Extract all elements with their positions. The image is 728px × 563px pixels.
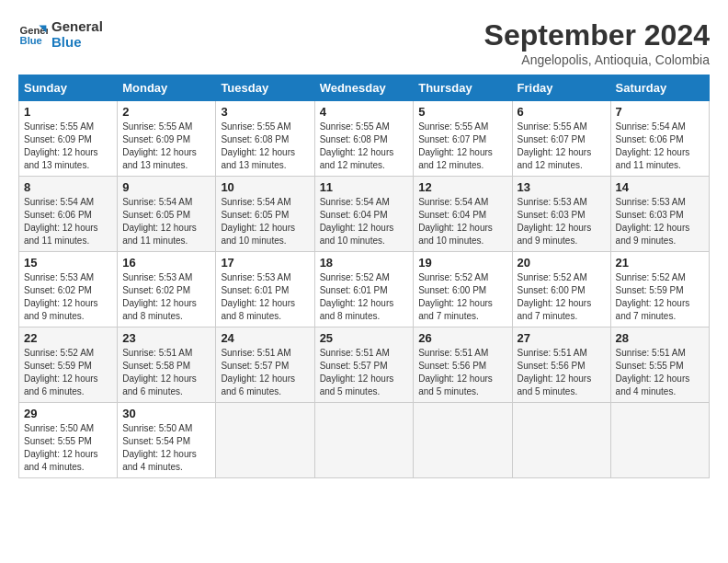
col-header-sunday: Sunday [19,75,118,101]
logo-text-blue: Blue [51,34,103,50]
day-info: Sunrise: 5:55 AM Sunset: 6:08 PM Dayligh… [320,121,409,172]
day-number: 2 [122,105,210,119]
logo-icon: General Blue [18,19,48,49]
day-cell: 17Sunrise: 5:53 AM Sunset: 6:01 PM Dayli… [216,252,314,327]
day-info: Sunrise: 5:52 AM Sunset: 5:59 PM Dayligh… [24,347,112,398]
day-cell: 27Sunrise: 5:51 AM Sunset: 5:56 PM Dayli… [512,327,610,403]
day-cell: 21Sunrise: 5:52 AM Sunset: 5:59 PM Dayli… [610,252,709,327]
day-cell: 15Sunrise: 5:53 AM Sunset: 6:02 PM Dayli… [19,252,118,327]
day-cell: 20Sunrise: 5:52 AM Sunset: 6:00 PM Dayli… [512,252,610,327]
day-cell: 4Sunrise: 5:55 AM Sunset: 6:08 PM Daylig… [314,101,414,177]
day-info: Sunrise: 5:52 AM Sunset: 6:00 PM Dayligh… [518,271,606,323]
day-number: 7 [616,105,704,119]
day-cell: 18Sunrise: 5:52 AM Sunset: 6:01 PM Dayli… [314,252,414,327]
title-area: September 2024 Angelopolis, Antioquia, C… [484,18,710,67]
day-info: Sunrise: 5:51 AM Sunset: 5:57 PM Dayligh… [221,347,309,398]
day-info: Sunrise: 5:53 AM Sunset: 6:02 PM Dayligh… [24,271,112,323]
header: General Blue General Blue September 2024… [18,18,710,67]
week-row-4: 22Sunrise: 5:52 AM Sunset: 5:59 PM Dayli… [19,327,710,403]
logo-text-general: General [51,18,103,34]
day-cell [216,403,314,478]
day-info: Sunrise: 5:55 AM Sunset: 6:09 PM Dayligh… [122,121,210,172]
day-number: 28 [616,331,704,345]
day-info: Sunrise: 5:51 AM Sunset: 5:56 PM Dayligh… [418,347,506,398]
day-cell [414,403,512,478]
day-info: Sunrise: 5:53 AM Sunset: 6:02 PM Dayligh… [122,271,210,323]
day-cell: 7Sunrise: 5:54 AM Sunset: 6:06 PM Daylig… [610,101,709,177]
day-info: Sunrise: 5:54 AM Sunset: 6:05 PM Dayligh… [221,196,309,247]
day-info: Sunrise: 5:54 AM Sunset: 6:05 PM Dayligh… [122,196,210,247]
day-info: Sunrise: 5:54 AM Sunset: 6:06 PM Dayligh… [616,121,704,172]
day-info: Sunrise: 5:55 AM Sunset: 6:09 PM Dayligh… [24,121,112,172]
day-info: Sunrise: 5:50 AM Sunset: 5:55 PM Dayligh… [24,422,112,474]
day-number: 11 [320,180,409,194]
day-cell: 30Sunrise: 5:50 AM Sunset: 5:54 PM Dayli… [118,403,216,478]
day-cell: 12Sunrise: 5:54 AM Sunset: 6:04 PM Dayli… [414,177,512,252]
calendar-body: 1Sunrise: 5:55 AM Sunset: 6:09 PM Daylig… [19,101,710,478]
day-number: 16 [122,256,210,270]
day-number: 25 [320,331,409,345]
day-number: 20 [518,256,606,270]
day-info: Sunrise: 5:54 AM Sunset: 6:06 PM Dayligh… [24,196,112,247]
col-header-wednesday: Wednesday [314,75,414,101]
day-number: 26 [418,331,506,345]
day-cell: 3Sunrise: 5:55 AM Sunset: 6:08 PM Daylig… [216,101,314,177]
day-info: Sunrise: 5:53 AM Sunset: 6:03 PM Dayligh… [616,196,704,247]
day-cell: 19Sunrise: 5:52 AM Sunset: 6:00 PM Dayli… [414,252,512,327]
day-info: Sunrise: 5:52 AM Sunset: 5:59 PM Dayligh… [616,271,704,323]
col-header-tuesday: Tuesday [216,75,314,101]
day-info: Sunrise: 5:55 AM Sunset: 6:07 PM Dayligh… [518,121,606,172]
day-cell: 6Sunrise: 5:55 AM Sunset: 6:07 PM Daylig… [512,101,610,177]
day-number: 27 [518,331,606,345]
day-info: Sunrise: 5:50 AM Sunset: 5:54 PM Dayligh… [122,422,210,474]
day-cell: 2Sunrise: 5:55 AM Sunset: 6:09 PM Daylig… [118,101,216,177]
day-number: 10 [221,180,309,194]
day-number: 30 [122,407,210,420]
day-number: 6 [518,105,606,119]
day-cell: 10Sunrise: 5:54 AM Sunset: 6:05 PM Dayli… [216,177,314,252]
day-number: 17 [221,256,309,270]
logo: General Blue General Blue [18,18,103,50]
day-cell: 11Sunrise: 5:54 AM Sunset: 6:04 PM Dayli… [314,177,414,252]
calendar-title: September 2024 [484,18,710,52]
day-cell: 22Sunrise: 5:52 AM Sunset: 5:59 PM Dayli… [19,327,118,403]
week-row-3: 15Sunrise: 5:53 AM Sunset: 6:02 PM Dayli… [19,252,710,327]
day-cell: 1Sunrise: 5:55 AM Sunset: 6:09 PM Daylig… [19,101,118,177]
calendar-subtitle: Angelopolis, Antioquia, Colombia [484,52,710,67]
day-number: 14 [616,180,704,194]
day-number: 12 [418,180,506,194]
day-cell: 16Sunrise: 5:53 AM Sunset: 6:02 PM Dayli… [118,252,216,327]
day-number: 21 [616,256,704,270]
day-info: Sunrise: 5:52 AM Sunset: 6:01 PM Dayligh… [320,271,409,323]
col-header-thursday: Thursday [414,75,512,101]
day-info: Sunrise: 5:51 AM Sunset: 5:55 PM Dayligh… [616,347,704,398]
day-info: Sunrise: 5:51 AM Sunset: 5:56 PM Dayligh… [518,347,606,398]
day-cell [610,403,709,478]
day-info: Sunrise: 5:52 AM Sunset: 6:00 PM Dayligh… [418,271,506,323]
day-cell: 13Sunrise: 5:53 AM Sunset: 6:03 PM Dayli… [512,177,610,252]
day-cell: 9Sunrise: 5:54 AM Sunset: 6:05 PM Daylig… [118,177,216,252]
day-cell: 28Sunrise: 5:51 AM Sunset: 5:55 PM Dayli… [610,327,709,403]
day-info: Sunrise: 5:54 AM Sunset: 6:04 PM Dayligh… [320,196,409,247]
week-row-5: 29Sunrise: 5:50 AM Sunset: 5:55 PM Dayli… [19,403,710,478]
col-header-friday: Friday [512,75,610,101]
day-info: Sunrise: 5:51 AM Sunset: 5:57 PM Dayligh… [320,347,409,398]
day-number: 15 [24,256,112,270]
day-number: 19 [418,256,506,270]
day-cell: 29Sunrise: 5:50 AM Sunset: 5:55 PM Dayli… [19,403,118,478]
day-info: Sunrise: 5:51 AM Sunset: 5:58 PM Dayligh… [122,347,210,398]
day-number: 5 [418,105,506,119]
svg-text:Blue: Blue [20,35,42,46]
day-cell: 5Sunrise: 5:55 AM Sunset: 6:07 PM Daylig… [414,101,512,177]
day-number: 22 [24,331,112,345]
day-number: 24 [221,331,309,345]
col-header-saturday: Saturday [610,75,709,101]
day-cell [512,403,610,478]
day-number: 18 [320,256,409,270]
week-row-1: 1Sunrise: 5:55 AM Sunset: 6:09 PM Daylig… [19,101,710,177]
day-number: 1 [24,105,112,119]
day-info: Sunrise: 5:54 AM Sunset: 6:04 PM Dayligh… [418,196,506,247]
day-info: Sunrise: 5:53 AM Sunset: 6:03 PM Dayligh… [518,196,606,247]
day-number: 3 [221,105,309,119]
week-row-2: 8Sunrise: 5:54 AM Sunset: 6:06 PM Daylig… [19,177,710,252]
